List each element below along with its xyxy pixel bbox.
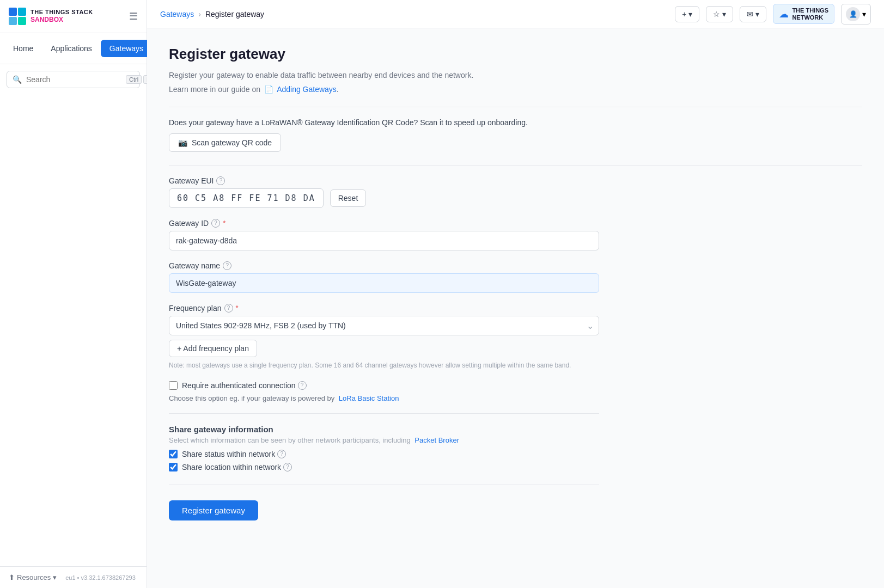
sidebar-toggle-button[interactable]: ☰	[129, 10, 138, 22]
name-help-icon[interactable]: ?	[223, 261, 231, 270]
frequency-plan-label: Frequency plan ? *	[169, 304, 599, 313]
require-auth-label[interactable]: Require authenticated connection ?	[182, 381, 307, 390]
gateway-id-label: Gateway ID ? *	[169, 219, 599, 228]
star-arrow: ▾	[722, 10, 726, 19]
share-location-label[interactable]: Share location within network ?	[182, 463, 292, 471]
page-title: Register gateway	[169, 46, 862, 63]
share-status-checkbox[interactable]	[169, 450, 178, 458]
gateway-name-input[interactable]	[169, 273, 599, 293]
mail-icon: ✉	[747, 10, 753, 19]
qr-description: Does your gateway have a LoRaWAN® Gatewa…	[169, 118, 862, 127]
eui-reset-button[interactable]: Reset	[330, 189, 367, 207]
packet-broker-link[interactable]: Packet Broker	[414, 436, 459, 444]
resources-button[interactable]: ⬆ Resources ▾	[9, 573, 57, 581]
section-divider-3	[169, 413, 599, 414]
sidebar-item-applications[interactable]: Applications	[42, 40, 101, 57]
topbar-actions: + ▾ ☆ ▾ ✉ ▾ ☁ THE THINGSNETWORK 👤 ▾	[675, 4, 871, 24]
scan-qr-label: Scan gateway QR code	[192, 138, 272, 147]
frequency-plan-group: Frequency plan ? * United States 902-928…	[169, 304, 599, 370]
cloud-icon: ☁	[779, 8, 789, 20]
gateway-id-input[interactable]	[169, 231, 599, 250]
share-gateway-description: Select which information can be seen by …	[169, 436, 599, 444]
logo-squares	[9, 8, 26, 25]
frequency-plan-select[interactable]: United States 902-928 MHz, FSB 2 (used b…	[169, 316, 599, 335]
resources-label: Resources	[17, 573, 51, 581]
gateway-name-group: Gateway name ?	[169, 261, 599, 293]
add-button[interactable]: + ▾	[675, 6, 699, 22]
adding-gateways-link[interactable]: Adding Gateways	[277, 85, 337, 94]
camera-icon: 📷	[178, 138, 187, 147]
mail-arrow: ▾	[755, 10, 759, 19]
auth-help-icon[interactable]: ?	[298, 381, 307, 390]
chevron-down-icon: ▾	[53, 573, 57, 581]
auth-description: Choose this option eg. if your gateway i…	[169, 394, 599, 402]
id-help-icon[interactable]: ?	[211, 219, 220, 228]
user-avatar: 👤	[846, 7, 860, 21]
version-info: eu1 • v3.32.1.6738267293	[65, 574, 136, 581]
topbar: Gateways › Register gateway + ▾ ☆ ▾ ✉ ▾ …	[147, 0, 884, 28]
require-auth-row: Require authenticated connection ?	[169, 381, 599, 390]
eui-value: 60 C5 A8 FF FE 71 D8 DA	[169, 188, 324, 208]
user-chevron-icon: ▾	[862, 10, 866, 19]
logo: THE THINGS STACK SANDBOX	[9, 8, 93, 25]
sidebar-item-home[interactable]: Home	[4, 40, 42, 57]
network-logo: ☁ THE THINGSNETWORK	[773, 4, 834, 23]
mail-button[interactable]: ✉ ▾	[740, 6, 766, 22]
star-button[interactable]: ☆ ▾	[706, 6, 733, 22]
freq-required-mark: *	[236, 304, 239, 312]
brand-name: THE THINGS STACK	[31, 9, 93, 16]
sidebar-footer: ⬆ Resources ▾ eu1 • v3.32.1.6738267293	[0, 566, 147, 588]
sidebar-header: THE THINGS STACK SANDBOX ☰	[0, 0, 147, 33]
gateway-eui-label: Gateway EUI ?	[169, 176, 599, 185]
search-box[interactable]: 🔍 Ctrl K	[7, 71, 140, 88]
sidebar: THE THINGS STACK SANDBOX ☰ Home Applicat…	[0, 0, 147, 588]
logo-sq-4	[18, 17, 26, 25]
network-text: THE THINGSNETWORK	[792, 7, 828, 20]
brand-sub: SANDBOX	[31, 16, 93, 23]
share-gateway-section: Share gateway information Select which i…	[169, 425, 599, 471]
lora-basic-station-link[interactable]: LoRa Basic Station	[339, 394, 399, 402]
breadcrumb-gateways[interactable]: Gateways	[160, 10, 194, 19]
frequency-plan-select-wrap: United States 902-928 MHz, FSB 2 (used b…	[169, 316, 599, 335]
add-frequency-plan-button[interactable]: + Add frequency plan	[169, 340, 257, 357]
eui-display: 60 C5 A8 FF FE 71 D8 DA Reset	[169, 188, 599, 208]
sidebar-search: 🔍 Ctrl K	[0, 64, 147, 95]
require-auth-checkbox[interactable]	[169, 381, 178, 390]
logo-sq-3	[9, 17, 17, 25]
section-divider-2	[169, 165, 862, 166]
search-icon: 🔍	[13, 75, 22, 84]
share-location-help-icon[interactable]: ?	[283, 463, 292, 471]
kbd-ctrl: Ctrl	[126, 75, 142, 84]
share-gateway-title: Share gateway information	[169, 425, 599, 434]
scan-qr-button[interactable]: 📷 Scan gateway QR code	[169, 133, 281, 152]
eui-help-icon[interactable]: ?	[216, 176, 225, 185]
section-divider-4	[169, 485, 599, 485]
breadcrumb-current: Register gateway	[205, 10, 264, 19]
main-area: Gateways › Register gateway + ▾ ☆ ▾ ✉ ▾ …	[147, 0, 884, 588]
gateway-name-label: Gateway name ?	[169, 261, 599, 270]
plus-arrow: ▾	[688, 10, 692, 19]
share-status-row: Share status within network ?	[169, 450, 599, 458]
search-input[interactable]	[26, 75, 121, 84]
share-location-row: Share location within network ?	[169, 463, 599, 471]
share-status-help-icon[interactable]: ?	[277, 450, 286, 458]
register-gateway-button[interactable]: Register gateway	[169, 500, 258, 520]
freq-help-icon[interactable]: ?	[224, 304, 233, 313]
resources-icon: ⬆	[9, 573, 15, 581]
qr-section: Does your gateway have a LoRaWAN® Gatewa…	[169, 118, 862, 152]
share-status-label[interactable]: Share status within network ?	[182, 450, 286, 458]
user-menu-button[interactable]: 👤 ▾	[841, 4, 871, 24]
page-content: Register gateway Register your gateway t…	[147, 28, 884, 588]
breadcrumb: Gateways › Register gateway	[160, 10, 264, 19]
breadcrumb-separator: ›	[198, 10, 201, 19]
plus-icon: +	[682, 10, 686, 19]
sidebar-item-gateways[interactable]: Gateways	[101, 40, 152, 57]
logo-sq-1	[9, 8, 17, 16]
page-description: Register your gateway to enable data tra…	[169, 69, 862, 81]
sidebar-nav: Home Applications Gateways	[0, 33, 147, 64]
id-required-mark: *	[223, 219, 225, 227]
star-icon: ☆	[713, 10, 720, 19]
frequency-note: Note: most gateways use a single frequen…	[169, 360, 599, 370]
share-location-checkbox[interactable]	[169, 463, 178, 471]
doc-link-icon: 📄	[264, 85, 273, 94]
